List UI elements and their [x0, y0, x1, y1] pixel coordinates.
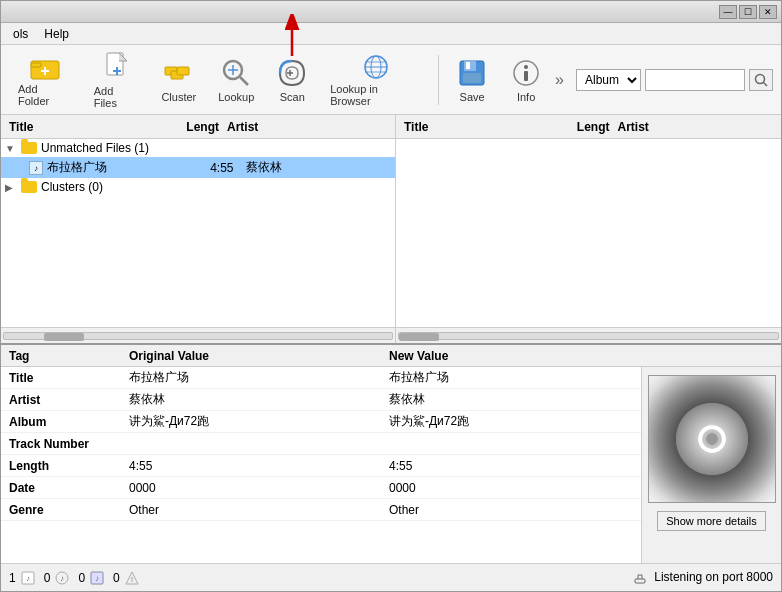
new-value-column-header: New Value: [381, 349, 641, 363]
bottom-content: Title 布拉格广场 布拉格广场 Artist 蔡依林 蔡依林 Album 讲…: [1, 367, 781, 563]
table-row: Length 4:55 4:55: [1, 455, 641, 477]
left-panel: Title Lengt Artist ▼ Unmatched Files (1)…: [1, 115, 396, 343]
info-label: Info: [517, 91, 535, 103]
save-button[interactable]: Save: [447, 51, 497, 109]
file-length: 4:55: [193, 161, 238, 175]
left-panel-header: Title Lengt Artist: [1, 115, 395, 139]
new-cell-genre: Other: [381, 501, 641, 519]
lookup-label: Lookup: [218, 91, 254, 103]
toolbar-separator-1: [438, 55, 439, 105]
file-add-icon: [101, 51, 133, 83]
minimize-button[interactable]: —: [719, 5, 737, 19]
show-more-details-button[interactable]: Show more details: [657, 511, 766, 531]
title-bar: — ☐ ✕: [1, 1, 781, 23]
right-scrollbar-track[interactable]: [398, 332, 779, 340]
save-icon: [456, 57, 488, 89]
bottom-panel-header: Tag Original Value New Value: [1, 345, 781, 367]
tag-cell-title: Title: [1, 369, 121, 387]
saved-icon: ♪: [89, 570, 105, 586]
left-scrollbar-track[interactable]: [3, 332, 393, 340]
orig-cell-album: 讲为鯊-Ди72跑: [121, 411, 381, 432]
svg-point-28: [756, 74, 765, 83]
toolbar: Add Folder Add Files Clus: [1, 45, 781, 115]
network-icon: [633, 571, 647, 585]
unmatched-files-group[interactable]: ▼ Unmatched Files (1): [1, 139, 395, 157]
main-window: — ☐ ✕ ols Help Add Folder: [0, 0, 782, 592]
error-count: 0: [113, 571, 120, 585]
tag-column-header: Tag: [1, 349, 121, 363]
orig-cell-title: 布拉格广场: [121, 367, 381, 388]
scan-icon: [276, 57, 308, 89]
close-button[interactable]: ✕: [759, 5, 777, 19]
scan-button[interactable]: Scan: [267, 51, 317, 109]
unmatched-files-label: Unmatched Files (1): [41, 141, 391, 155]
main-content: Title Lengt Artist ▼ Unmatched Files (1)…: [1, 115, 781, 343]
pending-icon: ♪: [20, 570, 36, 586]
expand-icon: ▼: [5, 143, 21, 154]
album-art-inner: [702, 429, 722, 449]
title-bar-buttons: — ☐ ✕: [719, 5, 777, 19]
orig-cell-date: 0000: [121, 479, 381, 497]
album-art: [648, 375, 776, 503]
error-icon: !: [124, 570, 140, 586]
ok-icon: ♪: [54, 570, 70, 586]
lookup-browser-label: Lookup in Browser: [330, 83, 421, 107]
info-icon: [510, 57, 542, 89]
svg-rect-9: [177, 67, 189, 75]
filter-select[interactable]: Album Track Artist: [576, 69, 641, 91]
lookup-button[interactable]: Lookup: [209, 51, 263, 109]
orig-cell-genre: Other: [121, 501, 381, 519]
left-title-header: Title: [9, 120, 169, 134]
right-artist-header: Artist: [610, 120, 774, 134]
table-row: Artist 蔡依林 蔡依林: [1, 389, 641, 411]
table-row: Date 0000 0000: [1, 477, 641, 499]
right-panel-content: [396, 139, 781, 327]
toolbar-right: » Album Track Artist: [555, 69, 773, 91]
left-scrollbar[interactable]: [1, 327, 395, 343]
right-title-header: Title: [404, 120, 560, 134]
more-button[interactable]: »: [555, 71, 564, 89]
maximize-button[interactable]: ☐: [739, 5, 757, 19]
svg-point-26: [524, 65, 528, 69]
save-label: Save: [460, 91, 485, 103]
add-files-label: Add Files: [94, 85, 140, 109]
metadata-table: Title 布拉格广场 布拉格广场 Artist 蔡依林 蔡依林 Album 讲…: [1, 367, 641, 563]
search-icon: [754, 73, 768, 87]
clusters-label: Clusters (0): [41, 180, 391, 194]
menu-help[interactable]: Help: [36, 25, 77, 43]
pending-count: 1: [9, 571, 16, 585]
menu-bar: ols Help: [1, 23, 781, 45]
new-cell-date: 0000: [381, 479, 641, 497]
add-folder-button[interactable]: Add Folder: [9, 51, 81, 109]
svg-text:♪: ♪: [95, 574, 99, 583]
orig-cell-artist: 蔡依林: [121, 389, 381, 410]
file-icon: ♪: [29, 161, 43, 175]
search-button[interactable]: [749, 69, 773, 91]
new-cell-length: 4:55: [381, 457, 641, 475]
new-cell-title: 布拉格广场: [381, 367, 641, 388]
svg-text:♪: ♪: [26, 574, 30, 583]
bottom-panel: Tag Original Value New Value Title 布拉格广场…: [1, 343, 781, 563]
tag-cell-artist: Artist: [1, 391, 121, 409]
browser-icon: [360, 53, 392, 81]
right-scrollbar[interactable]: [396, 327, 781, 343]
search-input[interactable]: [645, 69, 745, 91]
add-files-button[interactable]: Add Files: [85, 51, 149, 109]
tag-cell-tracknumber: Track Number: [1, 435, 121, 453]
svg-text:♪: ♪: [60, 574, 64, 583]
svg-rect-24: [466, 62, 470, 69]
cluster-button[interactable]: Cluster: [152, 51, 205, 109]
menu-tools[interactable]: ols: [5, 25, 36, 43]
original-column-header: Original Value: [121, 349, 381, 363]
folder-icon: [21, 142, 37, 154]
lookup-browser-button[interactable]: Lookup in Browser: [321, 51, 430, 109]
tag-cell-genre: Genre: [1, 501, 121, 519]
cluster-icon: [163, 57, 195, 89]
add-folder-label: Add Folder: [18, 83, 72, 107]
album-art-panel: Show more details: [641, 367, 781, 563]
info-button[interactable]: Info: [501, 51, 551, 109]
clusters-group[interactable]: ▶ Clusters (0): [1, 178, 395, 196]
file-item-0[interactable]: ♪ 布拉格广场 4:55 蔡依林: [1, 157, 395, 178]
right-length-header: Lengt: [560, 120, 610, 134]
left-length-header: Lengt: [169, 120, 219, 134]
